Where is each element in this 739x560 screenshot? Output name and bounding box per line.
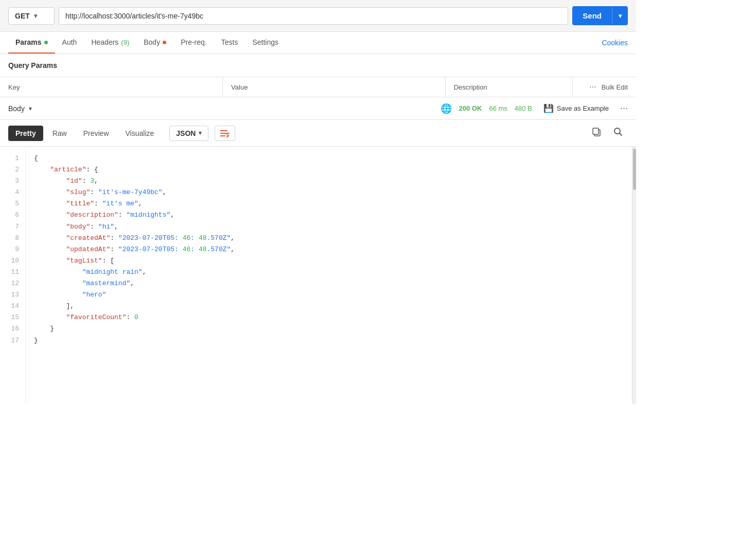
view-tab-pretty[interactable]: Pretty	[8, 126, 43, 141]
tab-auth-label: Auth	[62, 38, 77, 46]
view-tab-visualize[interactable]: Visualize	[118, 126, 162, 141]
response-bar: Body ▾ 🌐 200 OK 66 ms 480 B 💾 Save as Ex…	[0, 97, 636, 120]
params-table: Key Value Description ··· Bulk Edit	[0, 77, 636, 97]
send-button[interactable]: Send ▾	[572, 6, 628, 25]
more-options-icon[interactable]: ···	[589, 82, 596, 92]
code-toolbar: Pretty Raw Preview Visualize JSON ▾	[0, 120, 636, 147]
col-description: Description	[445, 77, 572, 97]
wrap-button[interactable]	[215, 126, 235, 141]
scrollbar-track[interactable]	[632, 147, 636, 404]
tab-settings[interactable]: Settings	[245, 32, 286, 54]
tab-headers-label: Headers	[91, 38, 118, 46]
method-chevron-icon: ▾	[34, 12, 37, 20]
code-area: 1234567891011121314151617 { "article": {…	[0, 147, 636, 404]
tabs-row: Params Auth Headers (9) Body Pre-req. Te…	[0, 32, 636, 54]
copy-button[interactable]	[587, 124, 606, 142]
method-label: GET	[15, 12, 30, 20]
url-input[interactable]	[59, 7, 568, 25]
globe-icon: 🌐	[441, 103, 452, 114]
code-content: { "article": { "id": 3, "slug": "it's-me…	[26, 147, 632, 404]
col-value: Value	[223, 77, 446, 97]
tab-headers[interactable]: Headers (9)	[84, 32, 136, 54]
cookies-link[interactable]: Cookies	[602, 32, 628, 53]
params-dot-icon	[44, 41, 48, 44]
line-numbers: 1234567891011121314151617	[0, 147, 26, 404]
tab-body[interactable]: Body	[136, 32, 173, 54]
body-section-label[interactable]: Body	[8, 104, 25, 113]
tab-prereq-label: Pre-req.	[181, 38, 207, 46]
scrollbar-thumb[interactable]	[633, 149, 636, 190]
svg-rect-4	[593, 128, 599, 134]
save-example-label: Save as Example	[557, 104, 609, 112]
view-tab-preview[interactable]: Preview	[76, 126, 116, 141]
tab-params[interactable]: Params	[8, 32, 55, 54]
headers-count: (9)	[121, 39, 129, 46]
url-bar: GET ▾ Send ▾	[0, 0, 636, 32]
method-selector[interactable]: GET ▾	[8, 7, 55, 25]
search-button[interactable]	[608, 124, 628, 142]
format-chevron-icon: ▾	[199, 130, 202, 136]
query-params-title: Query Params	[8, 61, 57, 69]
save-icon: 💾	[543, 103, 554, 113]
bulk-edit-button[interactable]: Bulk Edit	[602, 83, 628, 91]
tab-tests[interactable]: Tests	[214, 32, 245, 54]
send-label: Send	[572, 6, 612, 25]
tab-params-label: Params	[15, 38, 42, 46]
body-dot-icon	[163, 41, 166, 44]
save-as-example-button[interactable]: 💾 Save as Example	[539, 101, 613, 115]
body-chevron-icon[interactable]: ▾	[29, 105, 32, 112]
tab-tests-label: Tests	[221, 38, 238, 46]
tab-auth[interactable]: Auth	[55, 32, 84, 54]
col-key: Key	[0, 77, 223, 97]
response-size: 480 B	[515, 104, 532, 112]
response-more-options-icon[interactable]: ···	[620, 103, 628, 114]
response-meta: 🌐 200 OK 66 ms 480 B 💾 Save as Example ·…	[441, 101, 628, 115]
query-params-section: Query Params	[0, 54, 636, 77]
body-selector: Body ▾	[8, 104, 32, 113]
tab-settings-label: Settings	[252, 38, 278, 46]
format-selector[interactable]: JSON ▾	[169, 126, 208, 141]
tab-prereq[interactable]: Pre-req.	[173, 32, 214, 54]
send-chevron-icon: ▾	[612, 7, 628, 25]
col-actions: ··· Bulk Edit	[572, 77, 636, 97]
svg-line-6	[620, 133, 622, 136]
view-tab-raw[interactable]: Raw	[45, 126, 74, 141]
status-code: 200 OK	[459, 104, 482, 112]
format-label: JSON	[176, 129, 196, 137]
tab-body-label: Body	[144, 38, 160, 46]
response-time: 66 ms	[489, 104, 507, 112]
